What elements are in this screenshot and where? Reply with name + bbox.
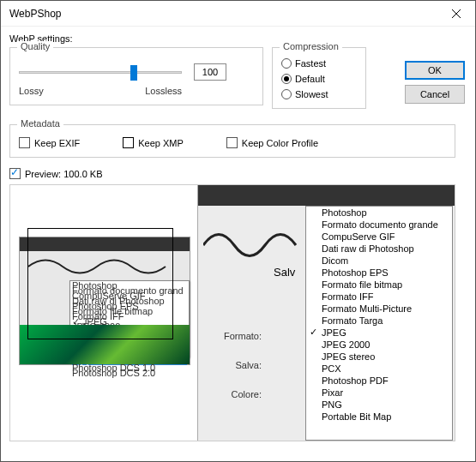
dropdown-item[interactable]: Photoshop PDF [306, 375, 452, 387]
preview-zoom: Salv Formato: Salva: Colore: PhotoshopFo… [197, 185, 455, 441]
window-title: WebPShop [9, 8, 62, 20]
compression-group: Compression Fastest Default Slowest [272, 47, 366, 109]
compression-title: Compression [280, 41, 342, 51]
preview-label: Preview: 100.0 KB [25, 169, 103, 179]
close-icon [452, 9, 461, 18]
titlebar: WebPShop [1, 1, 475, 27]
radio-slowest[interactable]: Slowest [281, 89, 357, 99]
colore-label: Colore: [224, 389, 262, 399]
dropdown-item[interactable]: PNG [306, 399, 452, 411]
radio-fastest[interactable]: Fastest [281, 58, 357, 69]
metadata-group: Metadata Keep EXIF Keep XMP Keep Color P… [9, 124, 455, 158]
dropdown-item[interactable]: PCX [306, 363, 452, 375]
dropdown-item[interactable]: Dati raw di Photoshop [306, 243, 452, 255]
dropdown-item[interactable]: JPEG [306, 327, 452, 339]
ok-button[interactable]: OK [405, 61, 465, 80]
dropdown-item[interactable]: JPEG stereo [306, 351, 452, 363]
lossy-label: Lossy [19, 86, 44, 96]
quality-value-input[interactable]: 100 [194, 63, 226, 81]
checkbox-icon [9, 168, 21, 179]
lossless-label: Lossless [145, 86, 182, 96]
dropdown-item[interactable]: CompuServe GIF [306, 231, 452, 243]
wave-icon [28, 258, 183, 275]
dropdown-item[interactable]: Dicom [306, 255, 452, 267]
dropdown-item[interactable]: Portable Bit Map [306, 411, 452, 423]
radio-default[interactable]: Default [281, 74, 357, 84]
dropdown-item[interactable]: Pixar [306, 387, 452, 399]
cancel-button[interactable]: Cancel [405, 85, 465, 104]
dropdown-item[interactable]: Formato Multi-Picture [306, 303, 452, 315]
dropdown-item[interactable]: Formato documento grande [306, 219, 452, 231]
close-button[interactable] [437, 1, 475, 27]
quality-slider[interactable] [19, 63, 182, 81]
settings-label: WebP settings: [9, 33, 467, 44]
metadata-title: Metadata [17, 118, 63, 129]
preview-thumbnail: PhotoshopFormato documento grandCompuSer… [19, 237, 190, 365]
checkbox-icon [123, 137, 134, 148]
radio-icon [281, 74, 292, 84]
formato-label: Formato: [224, 331, 262, 341]
preview-area: PhotoshopFormato documento grandCompuSer… [9, 184, 455, 441]
dropdown-item[interactable]: Formato IFF [306, 291, 452, 303]
dropdown-item[interactable]: Formato file bitmap [306, 279, 452, 291]
salva-label: Salva: [224, 360, 262, 370]
quality-title: Quality [17, 41, 53, 51]
keep-color-checkbox[interactable]: Keep Color Profile [226, 137, 318, 148]
preview-checkbox[interactable]: Preview: 100.0 KB [9, 168, 103, 179]
wave-icon [203, 228, 298, 262]
salv-label: Salv [274, 266, 295, 279]
slider-thumb-icon[interactable] [130, 65, 137, 81]
radio-icon [281, 58, 292, 69]
dropdown-item[interactable]: Formato Targa [306, 315, 452, 327]
dropdown-item[interactable]: Photoshop EPS [306, 267, 452, 279]
dialog-window: WebPShop WebP settings: OK Cancel Qualit… [0, 0, 476, 462]
checkbox-icon [226, 137, 238, 148]
quality-group: Quality 100 Lossy Lossless [9, 47, 263, 105]
checkbox-icon [19, 137, 30, 148]
format-dropdown[interactable]: PhotoshopFormato documento grandeCompuSe… [305, 206, 453, 441]
radio-icon [281, 89, 292, 99]
keep-xmp-checkbox[interactable]: Keep XMP [123, 137, 184, 148]
dropdown-item[interactable]: Photoshop [306, 207, 452, 219]
dropdown-item[interactable]: JPEG 2000 [306, 339, 452, 351]
keep-exif-checkbox[interactable]: Keep EXIF [19, 137, 80, 148]
